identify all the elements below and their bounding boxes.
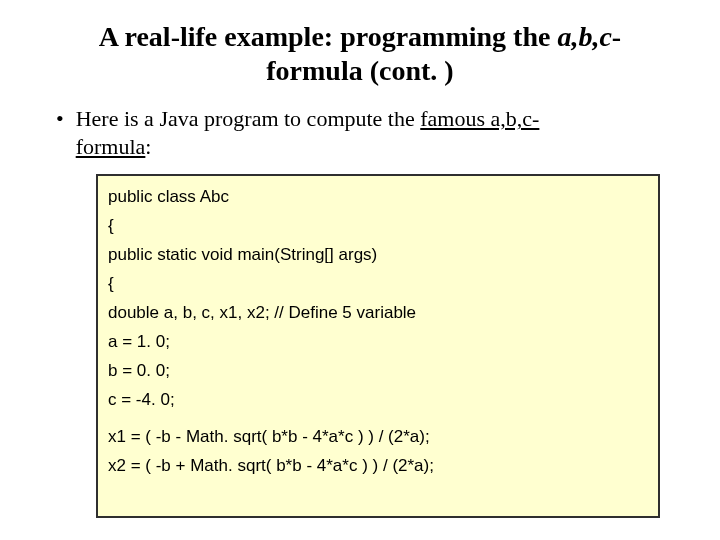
bullet-dot: • (56, 105, 64, 160)
code-line: a = 1. 0; (108, 327, 648, 356)
code-line: x1 = ( -b - Math. sqrt( b*b - 4*a*c ) ) … (108, 422, 648, 451)
title-italic: a,b,c (557, 21, 611, 52)
bullet-t1: Here is a Java program to compute the (76, 106, 421, 131)
code-line: { (108, 211, 648, 240)
bullet-text: Here is a Java program to compute the fa… (76, 105, 672, 160)
code-line: c = -4. 0; (108, 385, 648, 414)
code-gap (108, 414, 648, 422)
slide: A real-life example: programming the a,b… (0, 0, 720, 540)
bullet-u1: famous a,b,c- (420, 106, 539, 131)
code-line: x2 = ( -b + Math. sqrt( b*b - 4*a*c ) ) … (108, 451, 648, 480)
title-line2: formula (cont. ) (266, 55, 453, 86)
bullet-u2: formula (76, 134, 146, 159)
title-suffix1: - (612, 21, 621, 52)
title-prefix: A real-life example: programming the (99, 21, 558, 52)
code-line: b = 0. 0; (108, 356, 648, 385)
code-line: public class Abc (108, 182, 648, 211)
slide-title: A real-life example: programming the a,b… (48, 20, 672, 87)
code-line: { (108, 269, 648, 298)
bullet-t2: : (145, 134, 151, 159)
code-line: double a, b, c, x1, x2; // Define 5 vari… (108, 298, 648, 327)
code-line: public static void main(String[] args) (108, 240, 648, 269)
code-box: public class Abc { public static void ma… (96, 174, 660, 518)
bullet-item: • Here is a Java program to compute the … (56, 105, 672, 160)
